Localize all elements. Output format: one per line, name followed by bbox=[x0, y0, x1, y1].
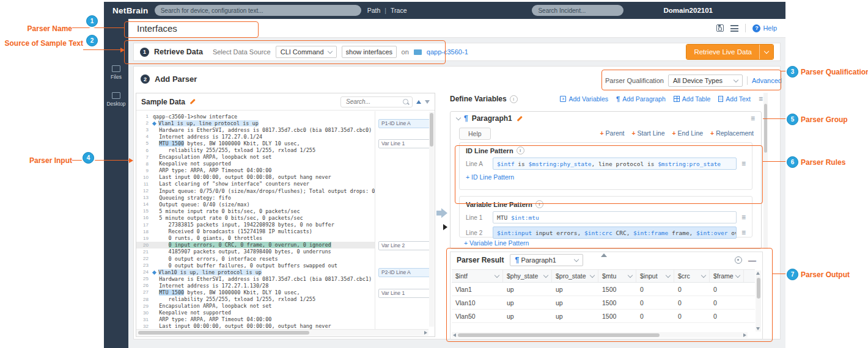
filter-chevron-icon[interactable] bbox=[701, 272, 706, 277]
result-table-row[interactable]: Vlan1upup1500000 bbox=[452, 283, 755, 296]
sample-line-6[interactable]: 6 reliability 255/255, txload 1/255, rxl… bbox=[136, 147, 375, 153]
filter-chevron-icon[interactable] bbox=[666, 272, 671, 277]
sample-line-5[interactable]: 5 MTU 1500 bytes, BW 1000000 Kbit, DLY 1… bbox=[136, 140, 375, 147]
add-start-line-link[interactable]: + Start Line bbox=[632, 129, 665, 137]
result-table-row[interactable]: Vlan50upup1500000 bbox=[452, 310, 755, 323]
device-link[interactable]: qapp-c3560-1 bbox=[427, 48, 468, 56]
result-column-header[interactable]: $input bbox=[636, 270, 674, 282]
sidebar-item-files[interactable]: Files bbox=[104, 65, 128, 80]
command-input[interactable] bbox=[342, 46, 397, 58]
sample-line-22[interactable]: 22 0 output errors, 0 interface resets bbox=[136, 255, 375, 262]
sample-line-17[interactable]: 17 27383815 packets input, 1942208928 by… bbox=[136, 222, 375, 228]
scroll-down-icon[interactable] bbox=[756, 327, 760, 330]
result-vertical-scrollbar[interactable] bbox=[756, 270, 761, 332]
domain-label[interactable]: Domain202101 bbox=[663, 7, 713, 14]
sample-line-27[interactable]: 27 MTU 1500 bytes, BW 1000000 Kbit, DLY … bbox=[136, 289, 375, 295]
result-horizontal-scrollbar[interactable] bbox=[452, 332, 748, 338]
help-button[interactable]: ? Help bbox=[752, 24, 777, 32]
sample-line-marker[interactable]: Var Line 1 bbox=[378, 139, 431, 148]
qualification-dropdown[interactable]: All Device Types bbox=[668, 74, 743, 87]
incident-search-input[interactable] bbox=[532, 5, 623, 16]
sample-line-20[interactable]: 20 0 input errors, 0 CRC, 0 frame, 0 ove… bbox=[136, 242, 375, 248]
gear-icon[interactable] bbox=[735, 256, 742, 264]
scroll-up-icon[interactable] bbox=[756, 272, 760, 275]
scroll-right-icon[interactable] bbox=[743, 333, 746, 337]
sample-line-16[interactable]: 16 5 minute output rate 0 bits/sec, 0 pa… bbox=[136, 214, 375, 221]
line-menu-icon[interactable]: ≡ bbox=[741, 213, 746, 222]
add-id-line-pattern-link[interactable]: + ID Line Pattern bbox=[466, 173, 746, 181]
result-column-header[interactable]: $pro_state bbox=[552, 270, 598, 282]
advanced-link[interactable]: Advanced bbox=[752, 77, 782, 84]
sample-line-14[interactable]: 14 Output queue: 0/40 (size/max) bbox=[136, 201, 375, 208]
add-paragraph-button[interactable]: ¶ Add Paragraph bbox=[616, 95, 666, 103]
list-icon[interactable] bbox=[730, 25, 738, 32]
sample-line-10[interactable]: 10 Last input 00:00:00, output 00:00:08,… bbox=[136, 174, 375, 181]
add-variables-button[interactable]: x Add Variables bbox=[560, 95, 608, 103]
sample-line-19[interactable]: 19 0 runts, 0 giants, 0 throttles bbox=[136, 235, 375, 242]
result-column-header[interactable]: $intf bbox=[452, 270, 503, 282]
sample-line-25[interactable]: 25 Hardware is EtherSVI, address is 0817… bbox=[136, 275, 375, 282]
add-variable-line-pattern-link[interactable]: + Variable Line Pattern bbox=[464, 239, 529, 247]
add-replacement-link[interactable]: + Replacement bbox=[710, 129, 754, 137]
sample-vertical-scrollbar[interactable] bbox=[429, 112, 434, 327]
menu-icon[interactable]: ≡ bbox=[759, 95, 763, 103]
filter-chevron-icon[interactable] bbox=[628, 272, 633, 277]
sample-line-marker[interactable]: Var Line 1 bbox=[378, 289, 431, 298]
sample-line-23[interactable]: 23 0 output buffer failures, 0 output bu… bbox=[136, 262, 375, 269]
define-vertical-scrollbar[interactable] bbox=[763, 93, 768, 249]
path-link[interactable]: Path bbox=[367, 7, 381, 14]
sample-line-26[interactable]: 26 Internet address is 172.27.1.130/28 bbox=[136, 282, 375, 289]
data-source-dropdown[interactable]: CLI Command bbox=[276, 46, 337, 58]
sample-search-input[interactable] bbox=[345, 98, 400, 106]
add-end-line-link[interactable]: + End Line bbox=[672, 129, 704, 137]
collapse-panel-icon[interactable] bbox=[601, 253, 607, 257]
sample-search-box[interactable] bbox=[340, 96, 413, 107]
filter-chevron-icon[interactable] bbox=[590, 272, 595, 277]
retrieve-live-data-button[interactable]: Retrieve Live Data bbox=[686, 44, 774, 60]
sample-horizontal-scrollbar[interactable] bbox=[136, 329, 428, 336]
sample-line-marker[interactable]: P1-ID Line A bbox=[378, 119, 431, 128]
sample-line-15[interactable]: 15 5 minute input rate 0 bits/sec, 0 pac… bbox=[136, 208, 375, 214]
result-table-row[interactable]: Vlan10upup1500000 bbox=[452, 296, 755, 310]
add-table-button[interactable]: Add Table bbox=[674, 95, 711, 103]
filter-chevron-icon[interactable] bbox=[495, 272, 499, 277]
find-previous-icon[interactable] bbox=[416, 100, 421, 104]
sample-line-11[interactable]: 11 Last clearing of "show interface" cou… bbox=[136, 181, 375, 187]
result-paragraph-dropdown[interactable]: ¶ Paragraph1 bbox=[510, 254, 583, 266]
sample-line-32[interactable]: 32 Last input 00:00:00, output 00:00:00,… bbox=[136, 323, 375, 329]
filter-chevron-icon[interactable] bbox=[735, 272, 740, 277]
sample-line-4[interactable]: 4 Internet address is 172.27.0.1/24 bbox=[136, 133, 375, 140]
result-column-header[interactable]: $mtu bbox=[598, 270, 636, 282]
help-button[interactable]: Help bbox=[459, 128, 491, 140]
add-text-button[interactable]: Add Text bbox=[718, 95, 751, 103]
id-line-pattern-input[interactable]: $intf is $mstring:phy_state, line protoc… bbox=[493, 158, 737, 170]
global-search-input[interactable] bbox=[155, 5, 361, 16]
sidebar-item-desktop[interactable]: Desktop bbox=[104, 92, 128, 107]
sample-line-8[interactable]: 8 Keepalive not supported bbox=[136, 161, 375, 167]
trace-link[interactable]: Trace bbox=[391, 7, 406, 14]
minimize-icon[interactable]: — bbox=[748, 256, 756, 265]
line-menu-icon[interactable]: ≡ bbox=[741, 159, 746, 168]
sample-line-29[interactable]: 29 Encapsulation ARPA, loopback not set bbox=[136, 303, 375, 310]
sample-line-marker[interactable]: Var Line 2 bbox=[378, 241, 431, 250]
sample-code-area[interactable]: 1qapp-c3560-1>show interface2Vlan1 is up… bbox=[136, 111, 375, 329]
variable-line-pattern-input[interactable]: $int:input input errors, $int:crc CRC, $… bbox=[493, 227, 737, 239]
scroll-right-icon[interactable] bbox=[424, 331, 427, 335]
sample-line-28[interactable]: 28 reliability 255/255, txload 1/255, rx… bbox=[136, 296, 375, 303]
sample-line-marker[interactable]: P2-ID Line A bbox=[378, 268, 431, 277]
live-data-dropdown-caret[interactable] bbox=[759, 45, 773, 59]
sample-line-21[interactable]: 21 4185907 packets output, 347898400 byt… bbox=[136, 248, 375, 255]
sample-line-3[interactable]: 3 Hardware is EtherSVI, address is 0817.… bbox=[136, 126, 375, 133]
variable-line-pattern-input[interactable]: MTU $int:mtu bbox=[493, 211, 737, 223]
sample-line-18[interactable]: 18 Received 0 broadcasts (15274198 IP mu… bbox=[136, 228, 375, 235]
filter-chevron-icon[interactable] bbox=[543, 272, 548, 277]
sample-line-24[interactable]: 24Vlan10 is up, line protocol is up bbox=[136, 269, 375, 275]
edit-pencil-icon[interactable] bbox=[516, 115, 523, 122]
line-menu-icon[interactable]: ≡ bbox=[741, 228, 746, 237]
sample-line-2[interactable]: 2Vlan1 is up, line protocol is up bbox=[136, 120, 375, 126]
find-next-icon[interactable] bbox=[425, 100, 430, 104]
save-icon[interactable] bbox=[716, 24, 724, 32]
edit-pencil-icon[interactable] bbox=[189, 98, 196, 105]
result-column-header[interactable]: $frame bbox=[710, 270, 744, 282]
sample-line-7[interactable]: 7 Encapsulation ARPA, loopback not set bbox=[136, 154, 375, 161]
